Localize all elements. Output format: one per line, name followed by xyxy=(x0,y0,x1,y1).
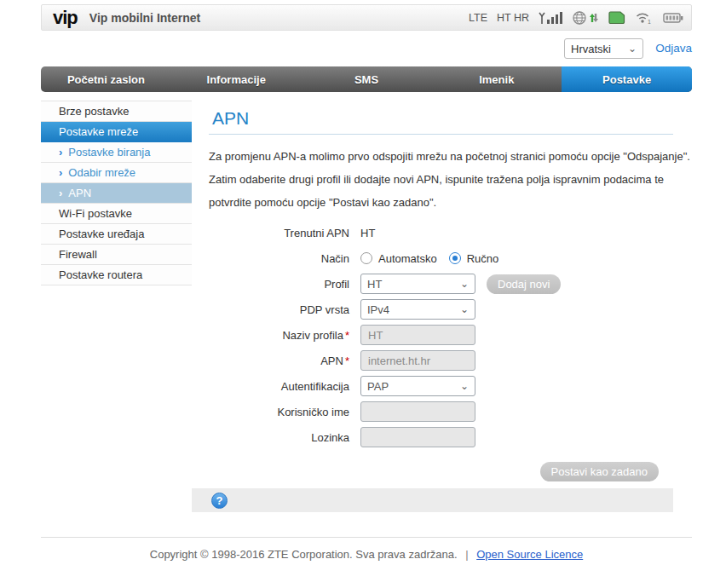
radio-rucno[interactable] xyxy=(449,252,461,264)
apn-label: APN* xyxy=(192,355,349,367)
globe-traffic-icon xyxy=(573,10,599,26)
profile-select-value: HT xyxy=(367,278,382,291)
auth-select[interactable]: PAP ⌄ xyxy=(360,376,475,396)
copyright-text: Copyright © 1998-2016 ZTE Corporation. S… xyxy=(150,548,458,561)
required-asterisk: * xyxy=(345,329,349,342)
footer-separator: | xyxy=(465,548,468,561)
sub-arrow-icon: › xyxy=(59,146,62,159)
radio-rucno-label: Ručno xyxy=(467,252,499,265)
radio-automatsko[interactable] xyxy=(360,252,372,264)
sim-icon xyxy=(608,11,625,24)
chevron-down-icon: ⌄ xyxy=(460,305,469,314)
pdp-type-select-value: IPv4 xyxy=(367,303,389,316)
app-title: Vip mobilni Internet xyxy=(89,11,200,25)
auth-label: Autentifikacija xyxy=(192,380,349,393)
sidebar-item-apn[interactable]: ›APN xyxy=(41,183,192,204)
pdp-type-select[interactable]: IPv4 ⌄ xyxy=(360,299,475,320)
footer-divider xyxy=(41,537,692,538)
chevron-down-icon: ⌄ xyxy=(460,382,469,390)
auth-select-value: PAP xyxy=(367,380,389,393)
row-auth: Autentifikacija PAP ⌄ xyxy=(192,373,673,399)
required-asterisk: * xyxy=(345,355,349,367)
submit-row: Postavi kao zadano xyxy=(192,462,673,481)
profile-label: Profil xyxy=(192,278,349,291)
tab-sms[interactable]: SMS xyxy=(302,66,432,92)
wifi-icon: 1 xyxy=(635,10,654,26)
chevron-down-icon: ⌄ xyxy=(460,280,469,288)
tab-informacije[interactable]: Informacije xyxy=(171,66,302,92)
language-value: Hrvatski xyxy=(571,43,611,55)
sidebar-item-label: Odabir mreže xyxy=(68,166,135,179)
signal-icon xyxy=(539,10,563,26)
sidebar-item-firewall[interactable]: Firewall xyxy=(41,245,192,265)
sidebar-item-wifi-postavke[interactable]: Wi-Fi postavke xyxy=(41,204,192,224)
row-pdp-type: PDP vrsta IPv4 ⌄ xyxy=(192,297,673,322)
language-select[interactable]: Hrvatski ⌄ xyxy=(564,38,643,59)
title-divider xyxy=(209,134,673,135)
sidebar-item-postavke-uredjaja[interactable]: Postavke uređaja xyxy=(41,224,192,245)
main-nav: Početni zaslon Informacije SMS Imenik Po… xyxy=(41,66,692,92)
tab-pocetni-zaslon[interactable]: Početni zaslon xyxy=(41,66,171,92)
sidebar-item-brze-postavke[interactable]: Brze postavke xyxy=(41,101,192,122)
sidebar-item-postavke-routera[interactable]: Postavke routera xyxy=(41,265,192,285)
main-content: APN Za promjenu APN-a molimo prvo odspoj… xyxy=(192,101,673,512)
operator-label: HT HR xyxy=(497,12,529,24)
network-type-label: LTE xyxy=(469,12,487,24)
username-label: Korisničko ime xyxy=(192,406,349,418)
row-username: Korisničko ime xyxy=(192,399,673,424)
username-input xyxy=(360,401,475,422)
password-label: Lozinka xyxy=(192,431,349,444)
sidebar-item-odabir-mreze[interactable]: ›Odabir mreže xyxy=(41,163,192,183)
svg-text:1: 1 xyxy=(648,19,651,25)
toolbar: Hrvatski ⌄ Odjava xyxy=(41,38,692,59)
description-line: Za promjenu APN-a molimo prvo odspojiti … xyxy=(209,145,673,168)
description-line: potvrdite pomoću opcije "Postavi kao zad… xyxy=(209,191,673,214)
apn-input: internet.ht.hr xyxy=(360,350,475,371)
tab-imenik[interactable]: Imenik xyxy=(431,66,562,92)
help-strip: ? xyxy=(192,488,673,512)
profile-select[interactable]: HT ⌄ xyxy=(360,274,475,294)
sidebar-item-postavke-biranja[interactable]: ›Postavke biranja xyxy=(41,142,192,163)
current-apn-value: HT xyxy=(360,227,375,239)
current-apn-label: Trenutni APN xyxy=(192,227,349,239)
profile-name-label: Naziv profila* xyxy=(192,329,349,342)
radio-automatsko-label: Automatsko xyxy=(378,252,437,265)
sidebar-item-postavke-mreze[interactable]: Postavke mreže xyxy=(41,122,192,142)
logout-link[interactable]: Odjava xyxy=(655,42,692,55)
row-password: Lozinka xyxy=(192,424,673,450)
vip-logo: vip xyxy=(53,7,78,29)
open-source-licence-link[interactable]: Open Source Licence xyxy=(476,548,583,561)
sub-arrow-icon: › xyxy=(59,166,62,179)
sidebar-item-label: Postavke biranja xyxy=(68,146,150,159)
row-apn: APN* internet.ht.hr xyxy=(192,348,673,373)
sidebar-item-label: APN xyxy=(68,187,91,199)
row-profile: Profil HT ⌄ Dodaj novi xyxy=(192,271,673,297)
page-title: APN xyxy=(212,109,673,128)
password-input xyxy=(360,427,475,447)
status-bar: LTE HT HR xyxy=(469,10,683,26)
chevron-down-icon: ⌄ xyxy=(628,44,637,53)
app-header: vip Vip mobilni Internet LTE HT HR xyxy=(41,4,692,31)
apn-form: Trenutni APN HT Način Automatsko Ručno P… xyxy=(192,220,673,512)
tab-postavke[interactable]: Postavke xyxy=(562,66,692,92)
profile-name-input: HT xyxy=(360,325,475,345)
row-mode: Način Automatsko Ručno xyxy=(192,245,673,271)
mode-label: Način xyxy=(192,252,349,265)
description: Za promjenu APN-a molimo prvo odspojiti … xyxy=(209,145,673,214)
footer: Copyright © 1998-2016 ZTE Corporation. S… xyxy=(41,548,692,561)
pdp-type-label: PDP vrsta xyxy=(192,303,349,316)
row-current-apn: Trenutni APN HT xyxy=(192,220,673,245)
add-profile-button[interactable]: Dodaj novi xyxy=(487,274,561,294)
row-profile-name: Naziv profila* HT xyxy=(192,322,673,348)
description-line: Zatim odaberite drugi profil ili dodajte… xyxy=(209,168,673,191)
help-icon[interactable]: ? xyxy=(211,493,228,509)
set-default-button[interactable]: Postavi kao zadano xyxy=(540,462,659,481)
battery-icon xyxy=(663,11,683,25)
sub-arrow-icon: › xyxy=(59,187,62,199)
sidebar: Brze postavke Postavke mreže ›Postavke b… xyxy=(41,101,192,285)
